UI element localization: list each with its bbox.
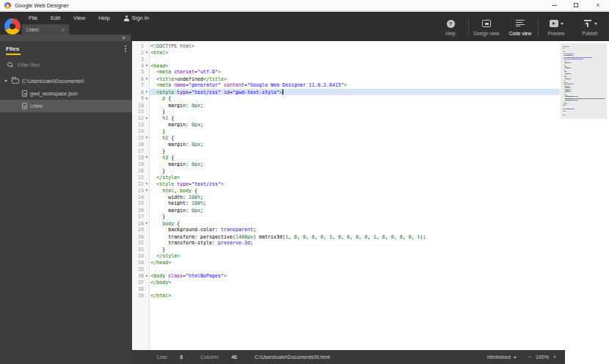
toolbar-separator [538,18,539,37]
fold-marker-icon[interactable]: ▾ [144,62,150,69]
code-text: width: 100%; [150,194,560,200]
fold-gutter [144,121,150,128]
fold-gutter [144,102,150,109]
text-cursor [282,89,283,94]
minimap-line [563,75,605,76]
close-button[interactable]: × [587,0,609,10]
minimap-line [563,71,605,72]
fold-marker-icon[interactable]: ▾ [144,49,150,56]
code-text [150,285,560,292]
close-icon: × [596,2,599,9]
line-number: 13 [132,121,144,128]
line-number: 17 [132,148,144,154]
code-line: 26 margin: 0px; [132,207,560,214]
code-text: } [150,167,560,174]
code-text: <style type="text/css"> [150,181,560,187]
tree-item-gwd-workspace.json[interactable]: gwd_workspace.json [0,87,132,100]
code-line: 29 background-color: transparent; [132,227,560,233]
fold-marker-icon[interactable]: ▾ [144,114,150,121]
fold-marker-icon[interactable]: ▾ [144,134,150,141]
window-controls: × [543,0,609,10]
menu-view[interactable]: View [67,15,92,21]
fold-marker-icon[interactable]: ▾ [144,95,150,102]
files-panel-title: Files [6,46,19,52]
filter-placeholder: Filter files [18,62,40,68]
fold-marker-icon[interactable]: ▾ [144,154,150,161]
code-text: transform: perspective(1400px) matrix3d(… [150,233,560,240]
syntax-mode-selector[interactable]: htmlmixed [487,354,517,360]
code-text: body { [150,220,560,227]
fold-gutter [144,279,150,285]
fold-marker-icon[interactable]: ▾ [144,76,150,82]
sign-in-button[interactable]: Sign In [124,15,149,21]
code-line: 6▾ <title>undefined</title> [132,76,560,82]
menu-file[interactable]: File [22,15,44,21]
code-line: 13 margin: 0px; [132,121,560,128]
code-line: 12▾ h1 { [132,114,560,121]
fold-marker-icon[interactable]: ▾ [144,181,150,187]
menu-edit[interactable]: Edit [44,15,67,21]
help-button[interactable]: ?Help [434,19,467,36]
preview-button[interactable]: Preview [539,19,573,36]
zoom-level: 100% [536,354,549,360]
code-text [150,266,560,272]
code-line: 3 [132,56,560,62]
tab-l-html[interactable]: l.html × [22,24,69,35]
tab-label: l.html [26,27,39,32]
fold-marker-icon[interactable]: ▾ [144,272,150,279]
fold-gutter [144,148,150,154]
code-line: 16 margin: 0px; [132,141,560,148]
code-minimap[interactable] [561,43,607,119]
collapse-panel-button[interactable]: « [123,35,125,41]
fold-gutter [144,194,150,200]
zoom-out-button[interactable]: − [528,354,531,360]
title-bar: Google Web Designer × [0,0,609,11]
minimap-line [563,109,605,109]
line-number: 26 [132,207,144,214]
minimap-line [563,90,605,90]
files-panel-header: Files [0,41,132,57]
minimap-line [563,80,605,81]
code-text: <!DOCTYPE html> [150,43,560,49]
minimap-line [563,59,605,59]
menu-help[interactable]: Help [92,15,116,21]
code-line: 23▾ html, body { [132,187,560,194]
code-text: p { [150,95,560,102]
filter-files-input[interactable]: Filter files [0,58,132,72]
minimize-button[interactable] [543,0,565,10]
maximize-icon [574,3,578,7]
code-view-button[interactable]: Code view [503,19,537,36]
code-line: 21 </style> [132,174,560,181]
fold-marker-icon[interactable]: ▾ [144,187,150,194]
minimap-line [563,105,605,106]
code-text: margin: 0px; [150,207,560,214]
toolbar-separator [468,18,469,37]
code-line: 27 } [132,214,560,220]
publish-button[interactable]: Publish [573,19,607,36]
design-view-button[interactable]: Design view [470,19,503,36]
code-line: 30 transform: perspective(1400px) matrix… [132,233,560,240]
design-view-label: Design view [473,31,499,36]
code-text: margin: 0px; [150,141,560,148]
minimap-line [563,82,605,83]
expand-caret-icon[interactable] [4,80,7,82]
code-editor[interactable]: 1<!DOCTYPE html>2▾<html>34▾<head>5 <meta… [132,41,560,350]
window-title: Google Web Designer [15,2,69,9]
code-text: background-color: transparent; [150,227,560,233]
code-line: 1<!DOCTYPE html> [132,43,560,49]
code-line: 22▾ <style type="text/css"> [132,181,560,187]
minimap-line [563,57,605,58]
code-text: <meta name="generator" content="Google W… [150,82,560,89]
tab-close-icon[interactable]: × [62,27,65,32]
line-number: 19 [132,161,144,167]
tree-item-l.html[interactable]: l.html [0,100,132,112]
fold-marker-icon[interactable]: ▾ [144,89,150,95]
line-number: 20 [132,167,144,174]
code-text: <html> [150,49,560,56]
zoom-in-button[interactable]: + [553,354,556,360]
fold-marker-icon[interactable]: ▾ [144,220,150,227]
app-logo-icon [4,2,11,9]
tree-item-l[interactable]: C:\Users\calvi\Documents\l [0,75,132,87]
panel-menu-icon[interactable] [125,46,126,47]
maximize-button[interactable] [565,0,587,10]
